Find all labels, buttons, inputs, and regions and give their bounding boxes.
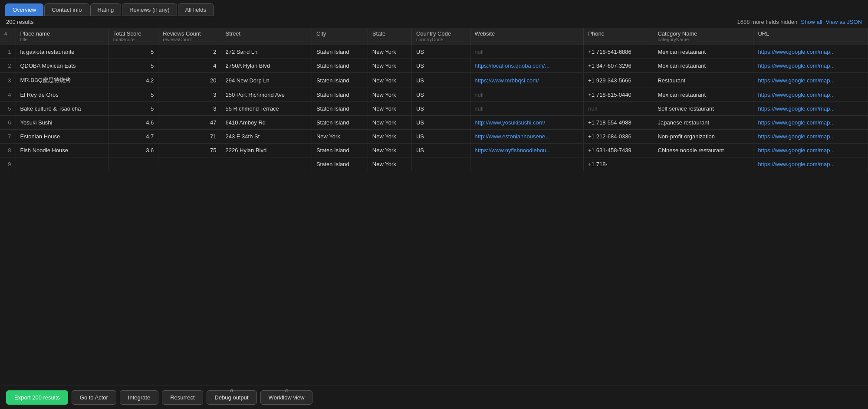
cell-category: Mexican restaurant [653,88,753,102]
cell-score: 3.6 [108,144,158,157]
toolbar-right: 1688 more fields hidden Show all View as… [737,19,862,25]
cell-place-name [16,157,108,171]
debug-output-button[interactable]: α Debug output [207,390,257,405]
cell-phone: +1 718-541-6886 [584,45,653,59]
toolbar: 200 results 1688 more fields hidden Show… [0,16,868,28]
cell-website[interactable]: http://www.yosukisushi.com/ [470,116,584,130]
cell-website[interactable]: https://locations.qdoba.com/... [470,59,584,73]
cell-state: New York [368,102,411,116]
cell-place-name: Estonian House [16,130,108,144]
cell-phone: +1 718- [584,157,653,171]
tab-contact-info[interactable]: Contact info [44,3,89,16]
cell-url[interactable]: https://www.google.com/map... [753,116,868,130]
cell-url[interactable]: https://www.google.com/map... [753,157,868,171]
table-row: 7 Estonian House 4.7 71 243 E 34th St Ne… [0,130,868,144]
cell-score [108,157,158,171]
cell-category: Mexican restaurant [653,45,753,59]
cell-category [653,157,753,171]
cell-reviews: 75 [158,144,221,157]
cell-phone: +1 631-458-7439 [584,144,653,157]
cell-country: US [411,130,470,144]
col-phone: Phone [584,28,653,45]
cell-url[interactable]: https://www.google.com/map... [753,130,868,144]
cell-city: Staten Island [312,102,368,116]
cell-street: 2226 Hylan Blvd [221,144,312,157]
cell-category: Restaurant [653,73,753,88]
tab-overview[interactable]: Overview [5,3,43,16]
integrate-button[interactable]: Integrate [120,390,158,405]
bottom-bar: Export 200 results Go to Actor Integrate… [0,386,868,409]
cell-url[interactable]: https://www.google.com/map... [753,73,868,88]
cell-score: 5 [108,102,158,116]
col-place-name: Place nametitle [16,28,108,45]
cell-city: Staten Island [312,144,368,157]
cell-reviews: 71 [158,130,221,144]
cell-num: 4 [0,88,16,102]
cell-phone: null [584,102,653,116]
cell-category: Japanese restaurant [653,116,753,130]
result-count: 200 results [6,19,34,25]
resurrect-button[interactable]: Resurrect [162,390,203,405]
cell-reviews: 2 [158,45,221,59]
cell-city: Staten Island [312,116,368,130]
tab-reviews[interactable]: Reviews (if any) [122,3,177,16]
cell-city: Staten Island [312,59,368,73]
cell-phone: +1 718-554-4988 [584,116,653,130]
hidden-fields-label: 1688 more fields hidden [737,19,798,25]
go-to-actor-button[interactable]: Go to Actor [72,390,116,405]
cell-place-name: El Rey de Oros [16,88,108,102]
cell-website: null [470,45,584,59]
table-row: 3 MR.BBQ蜜思特烧烤 4.2 20 294 New Dorp Ln Sta… [0,73,868,88]
view-as-json-link[interactable]: View as JSON [825,19,862,25]
table-header-row: # Place nametitle Total ScoretotalScore … [0,28,868,45]
tabs-bar: Overview Contact info Rating Reviews (if… [0,0,868,16]
cell-street [221,157,312,171]
cell-url[interactable]: https://www.google.com/map... [753,59,868,73]
table-row: 1 la gaviota restaurante 5 2 272 Sand Ln… [0,45,868,59]
cell-score: 5 [108,45,158,59]
cell-place-name: Yosuki Sushi [16,116,108,130]
cell-url[interactable]: https://www.google.com/map... [753,45,868,59]
cell-reviews: 3 [158,102,221,116]
cell-website[interactable] [470,157,584,171]
cell-state: New York [368,116,411,130]
cell-city: Staten Island [312,73,368,88]
show-all-link[interactable]: Show all [801,19,822,25]
cell-num: 5 [0,102,16,116]
data-table: # Place nametitle Total ScoretotalScore … [0,28,868,171]
cell-url[interactable]: https://www.google.com/map... [753,88,868,102]
cell-score: 4.6 [108,116,158,130]
cell-street: 150 Port Richmond Ave [221,88,312,102]
cell-country: US [411,102,470,116]
cell-country: US [411,144,470,157]
col-reviews-count: Reviews CountreviewsCount [158,28,221,45]
col-city: City [312,28,368,45]
col-website: Website [470,28,584,45]
cell-website[interactable]: http://www.estonianhousene... [470,130,584,144]
cell-place-name: QDOBA Mexican Eats [16,59,108,73]
table-container: # Place nametitle Total ScoretotalScore … [0,28,868,386]
cell-state: New York [368,59,411,73]
tab-rating[interactable]: Rating [90,3,122,16]
col-country-code: Country CodecountryCode [411,28,470,45]
cell-num: 8 [0,144,16,157]
tab-all-fields[interactable]: All fields [178,3,214,16]
cell-num: 7 [0,130,16,144]
cell-city: Staten Island [312,45,368,59]
cell-url[interactable]: https://www.google.com/map... [753,102,868,116]
cell-street: 243 E 34th St [221,130,312,144]
cell-reviews: 20 [158,73,221,88]
cell-place-name: Bake culture & Tsao cha [16,102,108,116]
cell-place-name: MR.BBQ蜜思特烧烤 [16,73,108,88]
cell-street: 55 Richmond Terrace [221,102,312,116]
workflow-view-button[interactable]: α Workflow view [260,390,313,405]
cell-url[interactable]: https://www.google.com/map... [753,144,868,157]
cell-phone: +1 212-684-0336 [584,130,653,144]
cell-country: US [411,88,470,102]
cell-city: New York [312,130,368,144]
cell-phone: +1 929-343-5666 [584,73,653,88]
export-button[interactable]: Export 200 results [6,390,68,405]
cell-website[interactable]: https://www.mrbbqsi.com/ [470,73,584,88]
cell-category: Chinese noodle restaurant [653,144,753,157]
cell-website[interactable]: https://www.nyfishnoodlehou... [470,144,584,157]
